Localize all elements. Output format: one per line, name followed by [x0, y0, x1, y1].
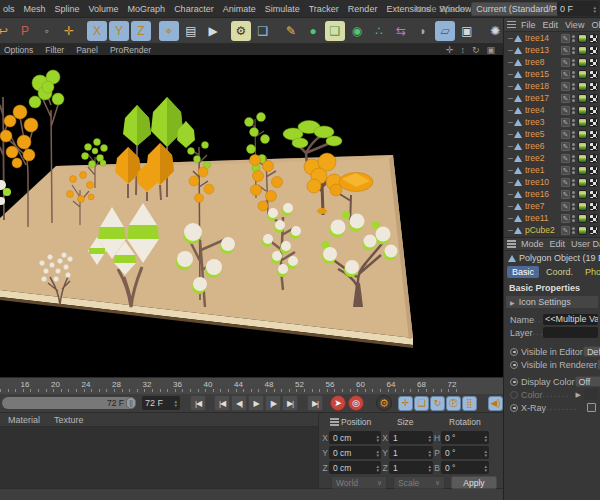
cube-primitive-icon[interactable]: ❑: [253, 21, 273, 41]
light-icon[interactable]: ✺: [485, 21, 503, 41]
texture-tag-icon[interactable]: [578, 34, 587, 43]
object-name[interactable]: tree6: [525, 141, 561, 151]
play-sound-toggle[interactable]: ◀): [488, 396, 503, 411]
edit-toggle-icon[interactable]: ✎: [561, 118, 570, 127]
object-name[interactable]: tree3: [525, 117, 561, 127]
next-key-button[interactable]: ▶|: [282, 395, 298, 411]
ruler-frame-56[interactable]: 56: [326, 380, 335, 389]
object-row-tree8[interactable]: tree8✎: [504, 56, 600, 68]
ruler-frame-72[interactable]: 72: [448, 380, 457, 389]
edit-toggle-icon[interactable]: ✎: [561, 70, 570, 79]
uvw-tag-icon[interactable]: [589, 190, 598, 199]
size-z-field[interactable]: 1▴▾: [389, 461, 433, 474]
texture-tag-icon[interactable]: [578, 166, 587, 175]
uvw-tag-icon[interactable]: [589, 106, 598, 115]
uvw-tag-icon[interactable]: [589, 214, 598, 223]
uvw-tag-icon[interactable]: [589, 58, 598, 67]
object-row-tree6[interactable]: tree6✎: [504, 140, 600, 152]
menu-item-material[interactable]: Material: [8, 415, 40, 425]
psr-tool-icon[interactable]: P: [15, 21, 35, 41]
edit-toggle-icon[interactable]: ✎: [561, 34, 570, 43]
object-row-tree18[interactable]: tree18✎: [504, 80, 600, 92]
edit-toggle-icon[interactable]: ✎: [561, 94, 570, 103]
menu-item-view[interactable]: View: [565, 20, 584, 30]
menu-item-mesh[interactable]: Mesh: [24, 4, 46, 14]
key-rotation-toggle[interactable]: ↻: [430, 396, 445, 411]
edit-toggle-icon[interactable]: ✎: [561, 190, 570, 199]
object-name[interactable]: tree5: [525, 129, 561, 139]
ruler-frame-60[interactable]: 60: [356, 380, 365, 389]
world-dropdown[interactable]: World∨: [331, 476, 387, 489]
menu-item-animate[interactable]: Animate: [223, 4, 256, 14]
viewport-toggle-icon[interactable]: ▣: [486, 45, 495, 55]
render-settings-icon[interactable]: ⚙: [231, 21, 251, 41]
texture-tag-icon[interactable]: [578, 214, 587, 223]
menu-item-texture[interactable]: Texture: [54, 415, 84, 425]
rot-b-field[interactable]: 0 °▴▾: [441, 461, 489, 474]
key-scale-toggle[interactable]: ❑: [414, 396, 429, 411]
menu-item-edit[interactable]: Edit: [543, 20, 559, 30]
object-row-tree15[interactable]: tree15✎: [504, 68, 600, 80]
menu-item-volume[interactable]: Volume: [89, 4, 119, 14]
edit-toggle-icon[interactable]: ✎: [561, 178, 570, 187]
apply-button[interactable]: Apply: [451, 476, 497, 489]
visibility-dots[interactable]: [572, 226, 575, 234]
texture-tag-icon[interactable]: [578, 70, 587, 79]
visibility-dots[interactable]: [572, 166, 575, 174]
play-button[interactable]: ▶: [248, 395, 264, 411]
object-row-tree13[interactable]: tree13✎: [504, 44, 600, 56]
floor-icon[interactable]: ▱: [435, 21, 455, 41]
edit-toggle-icon[interactable]: ✎: [561, 106, 570, 115]
texture-tag-icon[interactable]: [578, 226, 587, 235]
visibility-dots[interactable]: [572, 178, 575, 186]
menu-item-character[interactable]: Character: [174, 4, 214, 14]
uvw-tag-icon[interactable]: [589, 34, 598, 43]
object-row-tree11[interactable]: tree11✎: [504, 212, 600, 224]
object-row-tree4[interactable]: tree4✎: [504, 104, 600, 116]
ruler-frame-16[interactable]: 16: [21, 380, 30, 389]
subdivision-sphere-icon[interactable]: ●: [303, 21, 323, 41]
visibility-dots[interactable]: [572, 154, 575, 162]
keyframe-selection-icon[interactable]: ⚙: [376, 395, 392, 411]
timeline-ruler[interactable]: 162024283236404448525660646872: [0, 377, 503, 394]
edit-toggle-icon[interactable]: ✎: [561, 154, 570, 163]
texture-tag-icon[interactable]: [578, 154, 587, 163]
texture-tag-icon[interactable]: [578, 118, 587, 127]
pos-z-field[interactable]: 0 cm▴▾: [329, 461, 381, 474]
object-row-tree10[interactable]: tree10✎: [504, 176, 600, 188]
visibility-dots[interactable]: [572, 46, 575, 54]
subdivision-cube-icon[interactable]: ❑: [325, 21, 345, 41]
key-pla-toggle[interactable]: ⣿: [462, 396, 477, 411]
menu-item-options[interactable]: Options: [4, 45, 33, 55]
axis-x-button[interactable]: X: [87, 21, 107, 41]
autokey-button[interactable]: ◎: [348, 395, 364, 411]
menu-item-render[interactable]: Render: [348, 4, 378, 14]
uvw-tag-icon[interactable]: [589, 202, 598, 211]
visibility-dots[interactable]: [572, 202, 575, 210]
prev-key-button[interactable]: |◀: [214, 395, 230, 411]
record-active-objects-button[interactable]: ➤: [330, 395, 346, 411]
ruler-frame-24[interactable]: 24: [82, 380, 91, 389]
points-sphere-icon[interactable]: ◉: [347, 21, 367, 41]
camera-icon[interactable]: ▣: [457, 21, 477, 41]
undo-icon[interactable]: ↩: [0, 21, 13, 41]
viewport-zoom-icon[interactable]: ↕: [460, 45, 465, 55]
name-field[interactable]: <<Multiple Values>>: [543, 314, 598, 325]
object-row-tree5[interactable]: tree5✎: [504, 128, 600, 140]
menu-item-spline[interactable]: Spline: [55, 4, 80, 14]
current-frame-field[interactable]: 0 F ▴▾: [557, 1, 599, 16]
uvw-tag-icon[interactable]: [589, 118, 598, 127]
coordinate-system-icon[interactable]: ⌖: [159, 21, 179, 41]
spinner-icon[interactable]: ▴▾: [593, 5, 596, 13]
move-tool-icon[interactable]: ✛: [59, 21, 79, 41]
menu-item-ols[interactable]: ols: [3, 4, 15, 14]
ruler-frame-20[interactable]: 20: [51, 380, 60, 389]
object-name[interactable]: tree4: [525, 105, 561, 115]
edit-toggle-icon[interactable]: ✎: [561, 142, 570, 151]
texture-tag-icon[interactable]: [578, 46, 587, 55]
pos-x-field[interactable]: 0 cm▴▾: [329, 431, 381, 444]
object-name[interactable]: tree7: [525, 201, 561, 211]
texture-tag-icon[interactable]: [578, 130, 587, 139]
scale-dropdown[interactable]: Scale∨: [393, 476, 445, 489]
object-name[interactable]: pCube2: [525, 225, 561, 235]
